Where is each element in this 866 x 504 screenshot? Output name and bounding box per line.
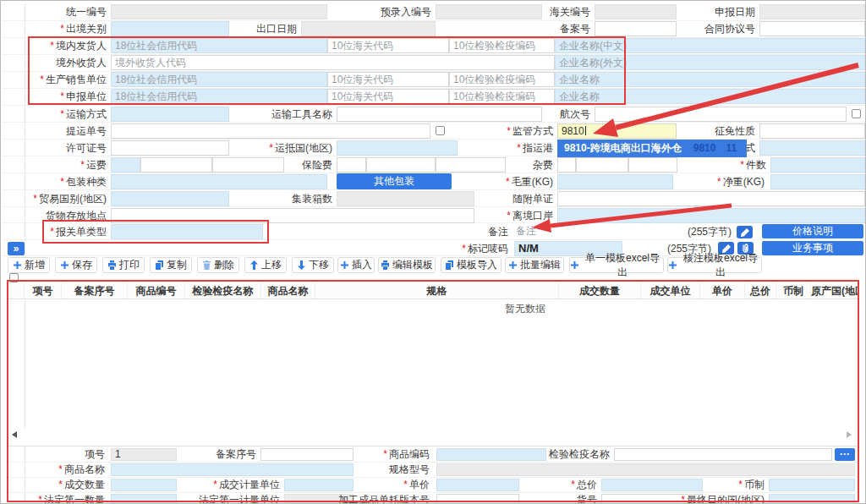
voyage-checkbox[interactable] — [852, 109, 861, 118]
other-package-button[interactable]: 其他包装 — [337, 173, 452, 189]
misc-currency-field[interactable] — [557, 157, 576, 173]
production-company-field[interactable]: 企业名称 — [555, 72, 865, 87]
decl-type-field[interactable] — [111, 224, 263, 239]
detail-product-code-field[interactable] — [436, 448, 546, 461]
detail-total-price-field[interactable] — [601, 479, 703, 491]
label-pieces: *件数 — [682, 156, 770, 173]
gross-weight-field[interactable] — [557, 174, 673, 189]
voyage-no-field[interactable] — [595, 107, 847, 122]
consignee-code-field[interactable]: 境外收货人代码 — [111, 55, 555, 70]
printer-icon — [107, 260, 117, 270]
consignor-company-cn-field[interactable]: 企业名称(中文) — [555, 38, 865, 53]
delete-button[interactable]: 删除 — [197, 257, 239, 273]
net-weight-field[interactable] — [770, 174, 865, 189]
exit-customs-field[interactable] — [111, 21, 229, 36]
pieces-field[interactable] — [770, 157, 865, 173]
exit-port-field[interactable] — [557, 208, 865, 223]
label-package-type: *包装种类 — [25, 173, 111, 190]
label-decl-type: *报关单类型 — [25, 223, 111, 240]
supervision-dropdown-option[interactable]: 9810-跨境电商出口海外仓981011 — [557, 140, 747, 157]
arrival-country-field[interactable] — [337, 140, 458, 156]
divider — [25, 283, 25, 429]
consignor-customs-code-field[interactable]: 10位海关代码 — [327, 38, 449, 53]
annotate-template-excel-export-button[interactable]: 核注模板excel导出 — [667, 257, 762, 273]
label-transport-mode: *运输方式 — [25, 106, 111, 123]
license-no-field[interactable] — [111, 140, 229, 156]
trade-country-field[interactable] — [111, 191, 229, 206]
detail-qty-field[interactable] — [111, 479, 177, 491]
production-credit-code-field[interactable]: 18位社会信用代码 — [111, 72, 327, 87]
declaring-credit-code-field[interactable]: 18位社会信用代码 — [111, 89, 327, 104]
package-type-field[interactable] — [111, 174, 327, 189]
detail-legal-qty-field[interactable] — [111, 494, 177, 504]
label-detail-qty-unit: *成交计量单位 — [177, 478, 284, 492]
detail-product-name-field[interactable] — [111, 463, 354, 476]
declaring-customs-code-field[interactable]: 10位海关代码 — [327, 89, 449, 104]
record-no-field[interactable] — [595, 21, 677, 36]
consignee-company-fn-field[interactable]: 企业名称(外文) — [555, 55, 865, 70]
template-import-button[interactable]: 模板导入 — [441, 257, 502, 273]
detail-unit-price-field[interactable] — [436, 479, 519, 491]
production-ciq-code-field[interactable]: 10位检验检疫编码 — [449, 72, 555, 87]
label-declare-date: 申报日期 — [677, 3, 759, 20]
select-all-checkbox[interactable] — [9, 273, 19, 282]
freight-type-field[interactable] — [140, 157, 212, 173]
declaring-company-field[interactable]: 企业名称 — [555, 89, 865, 104]
detail-more-button[interactable]: ··· — [835, 448, 855, 461]
freight-amount-field[interactable] — [212, 157, 284, 173]
label-marks-no: *标记唛码 — [428, 240, 512, 257]
detail-final-destination-field[interactable] — [769, 494, 855, 504]
detail-ciq-name-field[interactable] — [614, 448, 832, 461]
transport-tool-name-field[interactable] — [337, 107, 542, 122]
move-up-button[interactable]: 上移 — [244, 257, 287, 273]
save-button[interactable]: 保存 — [55, 257, 97, 273]
add-button[interactable]: 新增 — [8, 257, 50, 273]
freight-currency-field[interactable] — [111, 157, 140, 173]
expand-panel-button[interactable]: » — [8, 242, 25, 255]
label-remarks: 备注 — [441, 223, 512, 240]
misc-type-field[interactable] — [576, 157, 628, 173]
accompanying-docs-field[interactable] — [557, 191, 865, 206]
misc-amount-field[interactable] — [628, 157, 677, 173]
insert-button[interactable]: 插入 — [337, 257, 375, 273]
remarks-field[interactable]: 备注 — [512, 224, 680, 239]
remarks-edit-button[interactable] — [737, 226, 753, 238]
label-detail-unit-price: *单价 — [354, 478, 434, 492]
production-customs-code-field[interactable]: 10位海关代码 — [327, 72, 449, 87]
move-down-button[interactable]: 下移 — [292, 257, 334, 273]
transaction-mode-field[interactable] — [759, 140, 865, 156]
insurance-type-field[interactable] — [366, 157, 436, 173]
consignor-ciq-code-field[interactable]: 10位检验检疫编码 — [449, 38, 555, 53]
single-template-excel-export-button[interactable]: 单一模板excel导出 — [569, 257, 664, 273]
insurance-amount-field[interactable] — [436, 157, 506, 173]
declaring-ciq-code-field[interactable]: 10位检验检疫编码 — [449, 89, 555, 104]
detail-record-seq-field[interactable] — [260, 448, 354, 461]
scroll-left-icon[interactable] — [8, 431, 17, 438]
print-button[interactable]: 打印 — [102, 257, 145, 273]
copy-button[interactable]: 复制 — [150, 257, 192, 273]
consignor-credit-code-field[interactable]: 18位社会信用代码 — [111, 38, 327, 53]
supervision-mode-input[interactable]: 9810 — [557, 123, 677, 139]
exemption-nature-field[interactable] — [759, 123, 865, 139]
detail-qty-unit-field[interactable] — [284, 479, 354, 491]
edit-template-button[interactable]: 编辑模板 — [378, 257, 436, 273]
label-misc-fees: 杂费 — [506, 156, 557, 173]
required-marker: * — [33, 193, 37, 205]
contract-no-field[interactable] — [759, 21, 865, 36]
label-domestic-consignor: *境内发货人 — [25, 37, 111, 54]
detail-consumption-version-field[interactable] — [436, 494, 519, 504]
label-production-sales-unit: *生产销售单位 — [25, 71, 111, 88]
batch-edit-button[interactable]: 批量编辑 — [505, 257, 564, 273]
table-column-select — [8, 283, 25, 299]
customs-declaration-page: 统一编号 预录入编号 海关编号 申报日期 *出境关别 出口日期 备案号 合同协议… — [0, 0, 866, 504]
bl-no-field[interactable] — [111, 123, 430, 139]
bl-no-checkbox[interactable] — [436, 126, 445, 135]
scroll-right-icon[interactable] — [847, 431, 855, 438]
transport-mode-field[interactable] — [111, 107, 229, 122]
storage-place-field[interactable] — [111, 208, 474, 223]
detail-currency-field[interactable] — [769, 479, 855, 491]
insurance-currency-field[interactable] — [337, 157, 366, 173]
price-note-button[interactable]: 价格说明 — [762, 224, 863, 238]
label-accompanying-docs: 随附单证 — [474, 190, 557, 207]
business-matters-button[interactable]: 业务事项 — [762, 241, 863, 255]
